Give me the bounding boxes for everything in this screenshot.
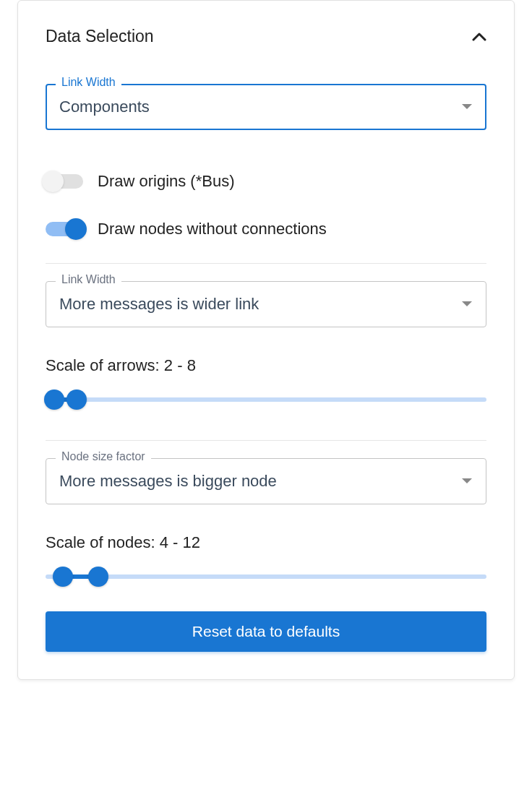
node-size-factor-select[interactable]: Node size factor More messages is bigger… bbox=[46, 458, 486, 504]
slider-label: Scale of arrows: 2 - 8 bbox=[46, 356, 486, 375]
slider-rail bbox=[46, 574, 486, 579]
dropdown-caret-icon bbox=[461, 103, 473, 111]
slider-thumb-max[interactable] bbox=[88, 567, 108, 587]
toggle-track bbox=[46, 222, 83, 236]
toggle-knob bbox=[42, 171, 64, 192]
scale-of-arrows-slider[interactable] bbox=[46, 388, 486, 411]
draw-nodes-no-connections-toggle[interactable]: Draw nodes without connections bbox=[46, 220, 486, 238]
field-value: Components bbox=[59, 98, 150, 116]
slider-rail bbox=[46, 397, 486, 402]
dropdown-caret-icon bbox=[461, 478, 473, 485]
slider-thumb-min[interactable] bbox=[53, 567, 73, 587]
draw-origins-toggle[interactable]: Draw origins (*Bus) bbox=[46, 172, 486, 191]
slider-thumb-max[interactable] bbox=[66, 389, 87, 410]
field-label: Node size factor bbox=[56, 450, 151, 463]
reset-data-button[interactable]: Reset data to defaults bbox=[46, 611, 486, 652]
toggle-label: Draw nodes without connections bbox=[98, 220, 327, 238]
panel-header[interactable]: Data Selection bbox=[46, 27, 486, 46]
slider-label: Scale of nodes: 4 - 12 bbox=[46, 533, 486, 552]
field-value: More messages is bigger node bbox=[59, 472, 277, 491]
field-label: Link Width bbox=[56, 273, 121, 286]
link-width-select-primary[interactable]: Link Width Components bbox=[46, 84, 486, 130]
scale-of-nodes-section: Scale of nodes: 4 - 12 bbox=[46, 533, 486, 588]
panel-title: Data Selection bbox=[46, 27, 154, 46]
toggle-knob bbox=[65, 218, 87, 240]
field-label: Link Width bbox=[56, 76, 121, 89]
scale-of-arrows-section: Scale of arrows: 2 - 8 bbox=[46, 356, 486, 411]
link-width-select-secondary[interactable]: Link Width More messages is wider link bbox=[46, 281, 486, 327]
dropdown-caret-icon bbox=[461, 301, 473, 308]
data-selection-panel: Data Selection Link Width Components Dra… bbox=[17, 0, 515, 680]
toggle-track bbox=[46, 174, 83, 189]
scale-of-nodes-slider[interactable] bbox=[46, 565, 486, 588]
chevron-up-icon bbox=[472, 33, 486, 41]
field-value: More messages is wider link bbox=[59, 295, 259, 314]
toggle-label: Draw origins (*Bus) bbox=[98, 172, 235, 191]
slider-thumb-min[interactable] bbox=[44, 389, 64, 410]
